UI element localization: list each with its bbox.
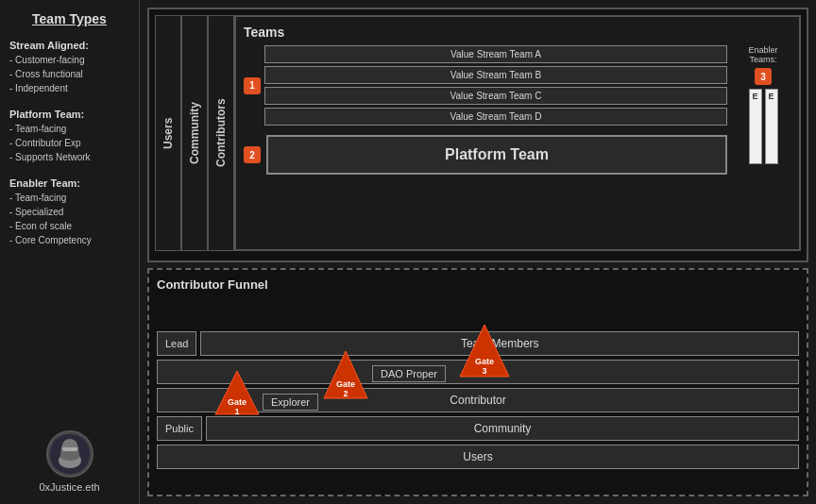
enabler-teams-column: Enabler Teams: 3 E E bbox=[735, 45, 791, 238]
badge-3: 3 bbox=[755, 68, 772, 85]
explorer-label: Explorer bbox=[263, 394, 318, 411]
teams-inner-box: Teams 1 Value Stream Team A Value Stream… bbox=[234, 15, 801, 251]
value-stream-team-c: Value Stream Team C bbox=[264, 87, 727, 105]
enabler-team-title: Enabler Team: bbox=[9, 177, 129, 189]
svg-text:3: 3 bbox=[482, 366, 486, 376]
stream-aligned-items: - Customer-facing - Cross functional - I… bbox=[9, 53, 129, 95]
svg-text:2: 2 bbox=[343, 389, 348, 398]
enabler-bar-2: E bbox=[765, 89, 778, 164]
badge-1: 1 bbox=[244, 77, 261, 94]
svg-text:Gate: Gate bbox=[336, 379, 355, 389]
avatar bbox=[46, 430, 94, 478]
svg-text:Gate: Gate bbox=[228, 397, 246, 407]
explorer-label-box: Explorer bbox=[263, 394, 318, 411]
teams-diagram: Users Community Contributors Teams 1 Val… bbox=[147, 8, 808, 262]
svg-text:1: 1 bbox=[234, 407, 239, 416]
enabler-teams-label: Enabler Teams: bbox=[735, 45, 791, 64]
gate3-triangle: Gate 3 bbox=[459, 323, 511, 379]
sidebar: Team Types Stream Aligned: - Customer-fa… bbox=[0, 0, 140, 504]
value-stream-group: 1 Value Stream Team A Value Stream Team … bbox=[244, 45, 727, 126]
badge-2: 2 bbox=[244, 146, 261, 163]
sidebar-logo: 0xJustice.eth bbox=[9, 430, 129, 493]
public-label: Public bbox=[157, 416, 202, 441]
main-content: Users Community Contributors Teams 1 Val… bbox=[140, 0, 816, 504]
platform-team-title: Platform Team: bbox=[9, 109, 129, 120]
users-label: Users bbox=[155, 15, 181, 251]
teams-box-title: Teams bbox=[244, 25, 791, 40]
username-label: 0xJustice.eth bbox=[39, 481, 99, 493]
svg-text:Gate: Gate bbox=[475, 357, 494, 366]
platform-team-items: - Team-facing - Contributor Exp - Suppor… bbox=[9, 122, 129, 164]
platform-area: 2 Platform Team bbox=[244, 135, 727, 175]
outer-grid: Users Community Contributors Teams 1 Val… bbox=[155, 15, 801, 251]
svg-rect-4 bbox=[62, 447, 77, 451]
contributor-funnel: Contributor Funnel Users Public Communit… bbox=[147, 268, 808, 496]
gate1-group: Gate 1 bbox=[213, 369, 261, 416]
contributors-label: Contributors bbox=[208, 15, 234, 251]
platform-team-box: Platform Team bbox=[266, 135, 727, 175]
enabler-team-section: Enabler Team: - Team-facing - Specialize… bbox=[9, 177, 129, 247]
gate1-triangle: Gate 1 bbox=[213, 369, 261, 416]
lead-label: Lead bbox=[157, 331, 196, 356]
community-bar: Community bbox=[206, 416, 799, 441]
enabler-badge-row: 3 bbox=[755, 68, 772, 85]
sidebar-title: Team Types bbox=[9, 11, 129, 26]
community-row: Public Community bbox=[157, 416, 799, 441]
enabler-team-items: - Team-facing - Specialized - Econ of sc… bbox=[9, 191, 129, 247]
users-bar: Users bbox=[157, 445, 799, 469]
platform-team-section: Platform Team: - Team-facing - Contribut… bbox=[9, 109, 129, 164]
dao-proper-label: DAO Proper bbox=[372, 365, 446, 382]
users-row: Users bbox=[157, 445, 799, 469]
enabler-bar-1: E bbox=[749, 89, 762, 164]
funnel-diagram: Users Public Community Contributor Team … bbox=[157, 299, 799, 469]
funnel-title: Contributor Funnel bbox=[157, 277, 799, 292]
enabler-bars: E E bbox=[749, 89, 778, 164]
stream-aligned-section: Stream Aligned: - Customer-facing - Cros… bbox=[9, 40, 129, 95]
dao-proper-label-box: DAO Proper bbox=[372, 365, 446, 382]
gate2-group: Gate 2 bbox=[322, 349, 369, 401]
value-stream-team-a: Value Stream Team A bbox=[264, 45, 727, 63]
gate2-triangle: Gate 2 bbox=[322, 349, 369, 401]
value-stream-team-b: Value Stream Team B bbox=[264, 66, 727, 84]
stream-aligned-title: Stream Aligned: bbox=[9, 40, 129, 51]
gate3-group: Gate 3 bbox=[459, 323, 511, 379]
value-stream-team-d: Value Stream Team D bbox=[264, 108, 727, 126]
community-label: Community bbox=[181, 15, 208, 251]
